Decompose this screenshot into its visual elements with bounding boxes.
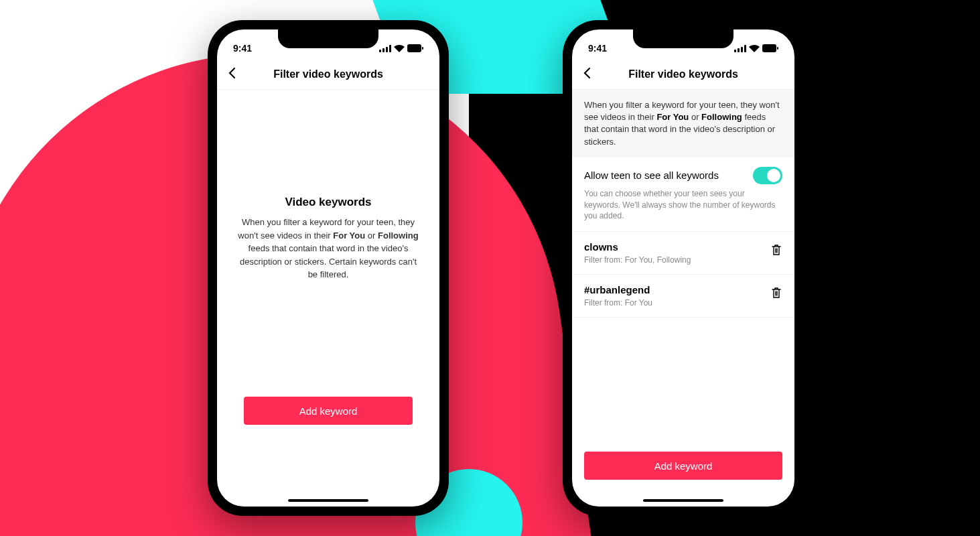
toggle-section: Allow teen to see all keywords You can c… [572,157,794,232]
keyword-word: clowns [584,241,691,253]
wifi-icon [394,45,405,52]
phone-left: 9:41 Filter video keywords Video keyword… [208,20,449,516]
svg-rect-5 [422,47,423,50]
battery-icon [762,44,778,52]
status-time: 9:41 [588,43,607,54]
svg-rect-2 [386,47,388,52]
trash-icon [770,287,782,299]
status-indicators [734,44,778,52]
signal-icon [379,45,391,52]
svg-rect-7 [738,48,740,52]
back-button[interactable] [581,67,593,82]
keyword-word: #urbanlegend [584,284,652,295]
home-bar [572,494,794,507]
svg-rect-11 [777,47,778,50]
empty-text: When you filter a keyword for your teen,… [237,216,419,281]
signal-icon [734,45,746,52]
svg-rect-8 [741,47,743,52]
status-time: 9:41 [233,43,252,54]
delete-keyword-button[interactable] [770,241,782,259]
delete-keyword-button[interactable] [770,284,782,302]
notch [633,29,733,48]
battery-icon [407,44,423,52]
allow-teen-toggle[interactable] [753,167,782,184]
chevron-left-icon [226,67,238,79]
chevron-left-icon [581,67,593,79]
empty-title: Video keywords [285,196,371,209]
add-keyword-button[interactable]: Add keyword [244,397,413,425]
toggle-label: Allow teen to see all keywords [584,170,719,181]
back-button[interactable] [226,67,238,82]
keyword-sub: Filter from: For You [584,298,652,308]
keyword-item: #urbanlegend Filter from: For You [572,275,794,318]
svg-rect-10 [762,44,776,52]
home-bar [217,494,439,507]
page-title: Filter video keywords [273,68,383,80]
keyword-sub: Filter from: For You, Following [584,255,691,265]
svg-rect-3 [389,45,391,52]
header: Filter video keywords [217,59,439,90]
wifi-icon [749,45,760,52]
keyword-item: clowns Filter from: For You, Following [572,232,794,275]
svg-rect-6 [734,50,736,52]
button-wrap: Add keyword [217,387,439,434]
explain-box: When you filter a keyword for your teen,… [572,90,794,157]
notch [278,29,378,48]
svg-rect-4 [407,44,421,52]
status-indicators [379,44,423,52]
page-title: Filter video keywords [628,68,738,80]
svg-rect-0 [379,50,381,52]
phone-right: 9:41 Filter video keywords When you filt… [563,20,804,516]
toggle-sub: You can choose whether your teen sees yo… [584,188,782,222]
trash-icon [770,244,782,256]
button-wrap: Add keyword [572,442,794,494]
empty-state: Video keywords When you filter a keyword… [217,90,439,387]
header: Filter video keywords [572,59,794,90]
svg-rect-9 [744,45,746,52]
add-keyword-button[interactable]: Add keyword [584,452,782,480]
svg-rect-1 [382,48,384,52]
